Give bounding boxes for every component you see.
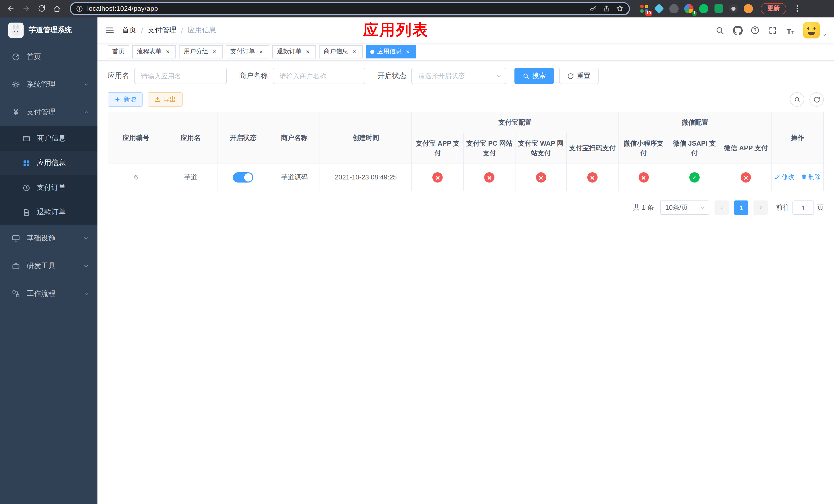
channel-status-icon <box>536 172 546 183</box>
col-header-status: 开启状态 <box>217 112 269 164</box>
sidebar-item-dev-tools[interactable]: 研发工具 <box>0 252 97 280</box>
add-button[interactable]: 新增 <box>108 92 142 107</box>
chevron-up-icon <box>83 109 89 115</box>
col-header-alipay-qr: 支付宝扫码支付 <box>567 133 618 164</box>
sidebar-item-infrastructure[interactable]: 基础设施 <box>0 225 97 252</box>
chevron-down-icon <box>83 263 89 269</box>
status-select[interactable]: 请选择开启状态 <box>411 68 506 84</box>
sidebar-item-merchant-info[interactable]: 商户信息 <box>0 126 97 151</box>
help-icon[interactable] <box>750 26 760 35</box>
sidebar-item-payment[interactable]: ¥ 支付管理 <box>0 98 97 126</box>
app-logo <box>8 23 24 38</box>
breadcrumb-payment[interactable]: 支付管理 <box>148 26 176 35</box>
extension-icon[interactable] <box>699 3 709 14</box>
page-size-select[interactable]: 10条/页 <box>660 201 709 215</box>
pagination: 共 1 条 10条/页 1 前往 <box>108 201 824 215</box>
browser-menu-icon[interactable] <box>792 5 802 12</box>
extension-icon[interactable] <box>669 3 679 14</box>
extension-icon[interactable] <box>743 3 753 14</box>
table-toolbar: 新增 导出 <box>108 92 824 107</box>
app-name-input[interactable] <box>134 68 227 84</box>
sidebar-item-app-info[interactable]: 应用信息 <box>0 151 97 175</box>
sidebar-item-home[interactable]: 首页 <box>0 43 97 71</box>
chevron-down-icon <box>700 205 705 210</box>
tab-app-info[interactable]: 应用信息 × <box>366 45 416 58</box>
channel-status-icon <box>484 172 495 183</box>
extension-badge: 1 <box>692 10 697 16</box>
reset-button[interactable]: 重置 <box>559 68 598 84</box>
col-header-alipay-wap: 支付宝 WAP 网站支付 <box>515 133 567 164</box>
user-menu[interactable] <box>803 22 827 39</box>
sidebar-toggle-icon[interactable] <box>97 18 122 43</box>
bookmark-star-icon[interactable] <box>616 5 624 12</box>
share-icon[interactable] <box>603 5 610 12</box>
breadcrumb-home[interactable]: 首页 <box>122 26 136 35</box>
edit-button[interactable]: 修改 <box>775 172 794 182</box>
col-header-actions: 操作 <box>772 112 824 164</box>
cell-status <box>217 164 269 191</box>
cell-create-time: 2021-10-23 08:49:25 <box>320 164 412 191</box>
sidebar-item-pay-order[interactable]: 支付订单 <box>0 175 97 200</box>
url-bar[interactable]: localhost:1024/pay/app <box>70 2 630 15</box>
export-button[interactable]: 导出 <box>148 92 182 107</box>
cell-alipay-qr <box>567 164 618 191</box>
page-info-icon[interactable] <box>76 5 83 12</box>
extension-icon[interactable]: 10 <box>639 3 649 14</box>
cell-merchant: 芋道源码 <box>269 164 320 191</box>
browser-reload-icon[interactable] <box>35 2 48 15</box>
close-icon[interactable]: × <box>351 48 358 55</box>
merchant-name-label: 商户名称 <box>239 71 268 81</box>
chevron-down-icon <box>83 235 89 242</box>
tab-home[interactable]: 首页 <box>108 45 129 58</box>
password-key-icon[interactable] <box>589 5 597 12</box>
payment-submenu: 商户信息 应用信息 支付订单 <box>0 126 97 225</box>
close-icon[interactable]: × <box>211 48 218 55</box>
merchant-name-input[interactable] <box>273 68 365 84</box>
dashboard-icon <box>11 52 21 62</box>
extension-icon[interactable] <box>728 3 739 14</box>
close-icon[interactable]: × <box>304 48 311 55</box>
caret-down-icon[interactable] <box>822 32 827 38</box>
sidebar-item-system[interactable]: 系统管理 <box>0 71 97 98</box>
browser-back-icon[interactable] <box>4 2 18 15</box>
tab-merchant-info[interactable]: 商户信息 × <box>319 45 363 58</box>
col-header-alipay-app: 支付宝 APP 支付 <box>412 133 464 164</box>
toggle-search-icon[interactable] <box>790 92 804 107</box>
tab-user-group[interactable]: 用户分组 × <box>179 45 223 58</box>
refresh-icon[interactable] <box>809 92 824 107</box>
tab-refund-order[interactable]: 退款订单 × <box>272 45 316 58</box>
extension-icon[interactable] <box>714 3 724 14</box>
sidebar-item-refund-order[interactable]: 退款订单 <box>0 200 97 225</box>
next-page-button[interactable] <box>753 201 768 215</box>
close-icon[interactable]: × <box>164 48 171 55</box>
app-name-label: 应用名 <box>108 71 129 81</box>
tab-pay-order[interactable]: 支付订单 × <box>226 45 269 58</box>
cell-wx-app <box>720 164 772 191</box>
chrome-update-button[interactable]: 更新 <box>761 3 786 14</box>
search-button[interactable]: 搜索 <box>514 68 554 84</box>
status-toggle[interactable] <box>233 172 254 183</box>
extension-icon[interactable]: 1 <box>684 3 694 14</box>
github-icon[interactable] <box>732 25 743 36</box>
browser-home-icon[interactable] <box>50 2 64 15</box>
delete-button[interactable]: 删除 <box>801 172 821 182</box>
tab-process-form[interactable]: 流程表单 × <box>132 45 176 58</box>
font-size-icon[interactable]: TT <box>785 25 795 36</box>
close-icon[interactable]: × <box>404 48 411 55</box>
col-group-alipay: 支付宝配置 <box>412 112 618 133</box>
cell-wx-jsapi <box>669 164 720 191</box>
page-number-button[interactable]: 1 <box>734 201 748 215</box>
extension-icon[interactable] <box>654 3 664 14</box>
workflow-icon <box>11 289 21 298</box>
avatar[interactable] <box>803 22 820 39</box>
app-logo-row[interactable]: 芋道管理系统 <box>0 18 97 43</box>
close-icon[interactable]: × <box>258 48 265 55</box>
goto-page-input[interactable] <box>792 201 814 215</box>
channel-status-icon <box>433 172 443 183</box>
app-title: 芋道管理系统 <box>29 26 72 35</box>
prev-page-button[interactable] <box>715 201 729 215</box>
search-icon[interactable] <box>715 25 725 36</box>
sidebar-item-workflow[interactable]: 工作流程 <box>0 280 97 307</box>
browser-forward-icon[interactable] <box>20 2 33 15</box>
fullscreen-icon[interactable] <box>767 25 777 36</box>
